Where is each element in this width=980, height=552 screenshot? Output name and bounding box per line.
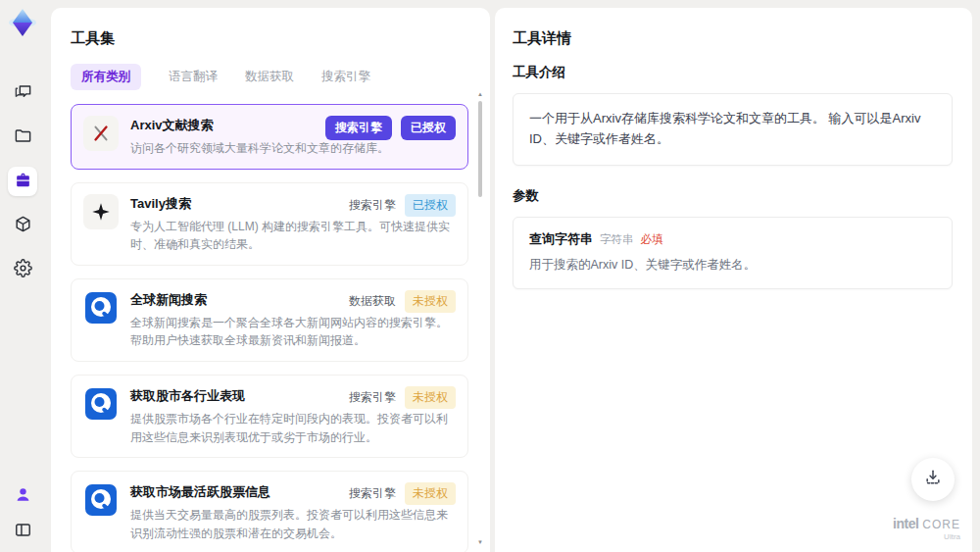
auth-status-badge: 未授权 [405, 386, 456, 409]
parameter-name: 查询字符串 [529, 230, 593, 248]
intro-heading: 工具介绍 [513, 64, 953, 81]
sidebar-item-profile[interactable] [10, 483, 35, 509]
tool-card[interactable]: Tavily搜索 专为人工智能代理 (LLM) 构建的搜索引擎工具。可快速提供实… [71, 182, 468, 266]
category-badge: 数据获取 [349, 293, 396, 310]
category-tab[interactable]: 数据获取 [245, 69, 294, 85]
toolset-title: 工具集 [71, 29, 466, 48]
auth-status-badge: 已授权 [405, 194, 456, 217]
params-heading: 参数 [513, 187, 953, 205]
sidebar-item-tools[interactable] [8, 167, 37, 196]
detail-title: 工具详情 [513, 29, 953, 48]
download-icon [923, 468, 943, 491]
parameter-card: 查询字符串 字符串 必填 用于搜索的Arxiv ID、关键字或作者姓名。 [513, 217, 953, 289]
tool-card[interactable]: 获取市场最活跃股票信息 提供当天交易量最高的股票列表。投资者可以利用这些信息来识… [71, 471, 468, 552]
download-button[interactable] [911, 458, 955, 501]
scroll-up-icon[interactable]: ▲ [475, 90, 485, 98]
intel-wordmark: intel [893, 517, 918, 531]
sidebar-bottom [10, 483, 35, 552]
scroll-down-icon[interactable]: ▼ [475, 538, 485, 546]
user-icon [14, 485, 32, 508]
tool-description: 专为人工智能代理 (LLM) 构建的搜索引擎工具。可快速提供实时、准确和真实的结… [130, 218, 456, 254]
tool-detail-panel: 工具详情 工具介绍 一个用于从Arxiv存储库搜索科学论文和文章的工具。 输入可… [495, 8, 972, 552]
tool-list: Arxiv文献搜索 访问各个研究领域大量科学论文和文章的存储库。 搜索引擎 已授… [71, 104, 468, 552]
category-tab[interactable]: 语言翻译 [169, 69, 218, 85]
scrollbar-thumb[interactable] [478, 101, 482, 197]
intel-core-logo: intel core Ultra [893, 517, 960, 542]
category-badge: 搜索引擎 [349, 389, 396, 406]
tool-list-scrollbar[interactable]: ▲ ▼ [475, 90, 485, 546]
tool-icon [83, 290, 119, 326]
tool-card[interactable]: 全球新闻搜索 全球新闻搜索是一个聚合全球各大新闻网站内容的搜索引擎。帮助用户快速… [71, 278, 468, 362]
parameter-desc: 用于搜索的Arxiv ID、关键字或作者姓名。 [529, 257, 936, 274]
tool-card[interactable]: Arxiv文献搜索 访问各个研究领域大量科学论文和文章的存储库。 搜索引擎 已授… [71, 104, 468, 170]
app-root: 工具集 所有类别语言翻译数据获取搜索引擎 Arxiv文献搜索 访问各个研究领域大… [0, 0, 980, 552]
main-content: 工具集 所有类别语言翻译数据获取搜索引擎 Arxiv文献搜索 访问各个研究领域大… [45, 0, 980, 552]
toolset-panel: 工具集 所有类别语言翻译数据获取搜索引擎 Arxiv文献搜索 访问各个研究领域大… [51, 8, 490, 552]
tool-description: 提供当天交易量最高的股票列表。投资者可以利用这些信息来识别流动性强的股票和潜在的… [130, 506, 456, 542]
auth-status-badge: 未授权 [405, 482, 456, 505]
sidebar-item-files[interactable] [8, 123, 37, 152]
sidebar-item-models[interactable] [8, 211, 37, 240]
tool-description: 提供股票市场各个行业在特定时间段内的表现。投资者可以利用这些信息来识别表现优于或… [130, 410, 456, 446]
folder-icon [14, 126, 32, 149]
briefcase-icon [14, 171, 32, 193]
tool-icon [83, 386, 119, 422]
gear-icon [14, 259, 32, 281]
parameter-type: 字符串 [600, 232, 634, 247]
tool-icon [83, 482, 119, 518]
category-badge: 搜索引擎 [349, 197, 396, 214]
category-tab[interactable]: 所有类别 [71, 64, 141, 90]
category-badge: 搜索引擎 [325, 116, 392, 140]
auth-status-badge: 未授权 [405, 290, 456, 313]
category-tabs: 所有类别语言翻译数据获取搜索引擎 [71, 64, 466, 90]
tool-description: 全球新闻搜索是一个聚合全球各大新闻网站内容的搜索引擎。帮助用户快速获取全球最新资… [130, 314, 456, 350]
tool-icon [83, 194, 119, 229]
category-tab[interactable]: 搜索引擎 [321, 69, 370, 85]
core-wordmark: core [922, 519, 960, 531]
tool-intro-text: 一个用于从Arxiv存储库搜索科学论文和文章的工具。 输入可以是Arxiv ID… [513, 93, 953, 166]
category-badge: 搜索引擎 [349, 485, 396, 502]
sidebar [0, 0, 45, 552]
parameter-header: 查询字符串 字符串 必填 [529, 230, 936, 248]
sidebar-nav [8, 78, 37, 284]
tool-card[interactable]: 获取股市各行业表现 提供股票市场各个行业在特定时间段内的表现。投资者可以利用这些… [71, 375, 468, 458]
auth-status-badge: 已授权 [401, 116, 456, 140]
sidebar-item-collapse[interactable] [10, 519, 35, 544]
cube-icon [14, 215, 32, 237]
tool-description: 访问各个研究领域大量科学论文和文章的存储库。 [130, 139, 456, 158]
sidebar-item-chat[interactable] [8, 78, 37, 108]
panel-icon [14, 521, 32, 543]
chat-icon [14, 82, 32, 105]
tool-icon [83, 116, 119, 151]
ultra-label: Ultra [944, 533, 960, 542]
sidebar-item-settings[interactable] [8, 255, 37, 284]
app-logo[interactable] [6, 6, 39, 39]
required-badge: 必填 [641, 232, 663, 247]
